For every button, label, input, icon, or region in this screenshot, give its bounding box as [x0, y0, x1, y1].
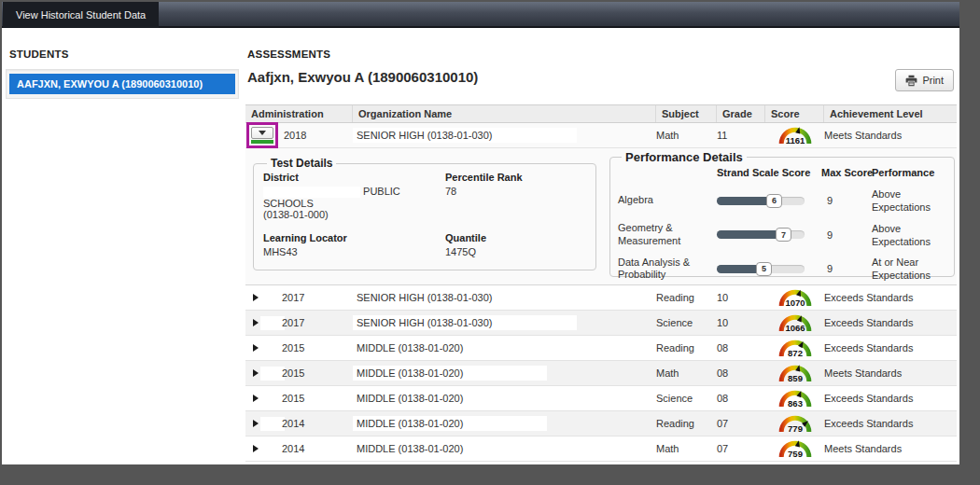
subject-cell: Reading — [656, 342, 717, 353]
strand-name: Algebra — [618, 190, 717, 211]
assessment-row[interactable]: 2014MIDDLE (0138-01-020)Reading07779Exce… — [245, 411, 957, 436]
strand-scale-score-header: Strand Scale Score — [717, 164, 821, 184]
score-gauge-icon: 1066 — [777, 311, 814, 335]
performance-value: At or Near Expectations — [872, 252, 946, 286]
strand-name: Data Analysis & Probability — [618, 253, 717, 286]
student-list-item-selected[interactable]: AAFJXN, EXWYOU A (1890060310010) — [9, 74, 235, 94]
redaction-box — [497, 290, 577, 305]
grade-cell: 08 — [717, 342, 765, 353]
organization-name: MIDDLE (0138-01-020) — [353, 391, 467, 406]
print-button-label: Print — [922, 75, 944, 86]
district-value-line2: (0138-01-000) — [263, 209, 445, 220]
col-header-achievement-level: Achievement Level — [824, 105, 957, 122]
organization-name: MIDDLE (0138-01-020) — [353, 441, 467, 456]
subject-cell: Math — [656, 130, 717, 141]
grade-cell: 08 — [717, 367, 765, 379]
tab-view-historical-student-data[interactable]: View Historical Student Data — [3, 2, 159, 28]
svg-text:779: 779 — [788, 423, 803, 434]
assessments-panel-title: ASSESSMENTS — [247, 48, 330, 60]
strand-name: Geometry & Measurement — [618, 218, 717, 252]
assessment-row[interactable]: 2017SENIOR HIGH (0138-01-030)Reading1010… — [245, 285, 957, 311]
score-cell: 863 — [765, 386, 824, 410]
max-score-value: 9 — [821, 195, 872, 206]
achievement-level-cell: Exceeds Standards — [824, 292, 957, 303]
subject-cell: Science — [656, 393, 717, 404]
assessment-row[interactable]: 2018SENIOR HIGH (0138-01-030)Math111161M… — [245, 123, 957, 148]
percentile-rank-label: Percentile Rank — [445, 172, 586, 183]
score-gauge-icon: 863 — [777, 386, 814, 410]
svg-text:872: 872 — [788, 348, 803, 358]
score-gauge-icon: 759 — [777, 436, 814, 461]
administration-year: 2017 — [282, 292, 304, 303]
expand-caret-icon[interactable] — [253, 369, 259, 377]
bar-value-badge: 5 — [756, 262, 772, 276]
grade-cell: 07 — [717, 418, 765, 429]
assessments-table: Administration Organization Name Subject… — [245, 104, 957, 462]
assessment-row[interactable]: 2014MIDDLE (0138-01-020)Math07759Meets S… — [245, 436, 957, 462]
subject-cell: Reading — [656, 292, 717, 303]
students-sidebar: STUDENTS AAFJXN, EXWYOU A (1890060310010… — [2, 28, 243, 464]
svg-text:759: 759 — [788, 449, 803, 459]
performance-header: Performance — [872, 164, 946, 184]
collapse-row-button[interactable] — [251, 127, 273, 139]
score-cell: 1066 — [765, 311, 824, 335]
score-cell: 759 — [765, 436, 824, 461]
performance-value: Above Expectations — [872, 184, 946, 218]
expand-caret-icon[interactable] — [253, 294, 259, 301]
content-area: STUDENTS AAFJXN, EXWYOU A (1890060310010… — [2, 28, 959, 464]
organization-name: SENIOR HIGH (0138-01-030) — [353, 128, 497, 143]
achievement-level-cell: Exceeds Standards — [824, 418, 957, 429]
assessment-row[interactable]: 2015MIDDLE (0138-01-020)Math08859Meets S… — [245, 361, 957, 386]
district-value: PUBLIC SCHOOLS — [263, 186, 445, 209]
assessment-row[interactable]: 2015MIDDLE (0138-01-020)Reading08872Exce… — [245, 336, 957, 361]
table-body: 2018SENIOR HIGH (0138-01-030)Math111161M… — [245, 123, 957, 462]
score-cell: 859 — [765, 361, 824, 385]
assessments-main: ASSESSMENTS Aafjxn, Exwyou A (1890060310… — [243, 28, 959, 464]
expand-caret-icon[interactable] — [253, 395, 259, 402]
grade-cell: 10 — [717, 317, 765, 328]
grade-cell: 11 — [717, 130, 765, 141]
score-cell: 779 — [765, 411, 824, 436]
administration-year: 2018 — [284, 130, 306, 141]
expand-caret-icon[interactable] — [253, 344, 259, 352]
subject-cell: Math — [656, 367, 717, 379]
top-navbar: View Historical Student Data — [2, 2, 959, 28]
achievement-level-cell: Exceeds Standards — [824, 342, 957, 353]
achievement-level-cell: Exceeds Standards — [824, 393, 957, 404]
quantile-label: Quantile — [445, 232, 586, 243]
performance-value: Above Expectations — [872, 218, 946, 253]
organization-name: MIDDLE (0138-01-020) — [353, 340, 467, 355]
redaction-box — [467, 416, 547, 431]
assessment-row[interactable]: 2015MIDDLE (0138-01-020)Science08863Exce… — [245, 386, 957, 411]
max-score-value: 9 — [821, 229, 872, 241]
quantile-value: 1475Q — [445, 246, 586, 257]
expand-caret-icon[interactable] — [253, 420, 259, 427]
expanded-detail-panel: Test Details District PUBLIC SCHOOLS (01… — [245, 148, 957, 285]
learning-locator-label: Learning Locator — [263, 232, 445, 243]
assessment-row[interactable]: 2017SENIOR HIGH (0138-01-030)Science1010… — [245, 311, 957, 336]
redaction-box — [497, 315, 577, 330]
grade-cell: 08 — [717, 393, 765, 404]
score-cell: 872 — [765, 336, 824, 360]
district-label: District — [263, 172, 445, 183]
strand-score-bar: 7 — [717, 228, 805, 242]
score-gauge-icon: 872 — [777, 336, 814, 360]
bar-value-badge: 7 — [776, 228, 791, 242]
svg-text:1161: 1161 — [785, 135, 805, 146]
subject-cell: Math — [656, 443, 717, 454]
performance-details-legend: Performance Details — [622, 150, 747, 164]
percentile-rank-value: 78 — [445, 186, 586, 197]
green-strip — [251, 140, 273, 144]
col-header-grade: Grade — [717, 105, 765, 122]
expand-caret-icon[interactable] — [253, 445, 259, 452]
svg-text:859: 859 — [788, 373, 803, 383]
organization-name: MIDDLE (0138-01-020) — [353, 416, 467, 431]
test-details-legend: Test Details — [267, 157, 336, 170]
print-button[interactable]: Print — [895, 69, 954, 91]
subject-cell: Science — [656, 317, 717, 328]
administration-year: 2015 — [282, 367, 304, 379]
administration-year: 2014 — [282, 443, 304, 454]
expand-caret-icon[interactable] — [253, 319, 259, 326]
chevron-down-icon — [259, 131, 266, 135]
expand-highlight-annotation — [246, 122, 278, 148]
